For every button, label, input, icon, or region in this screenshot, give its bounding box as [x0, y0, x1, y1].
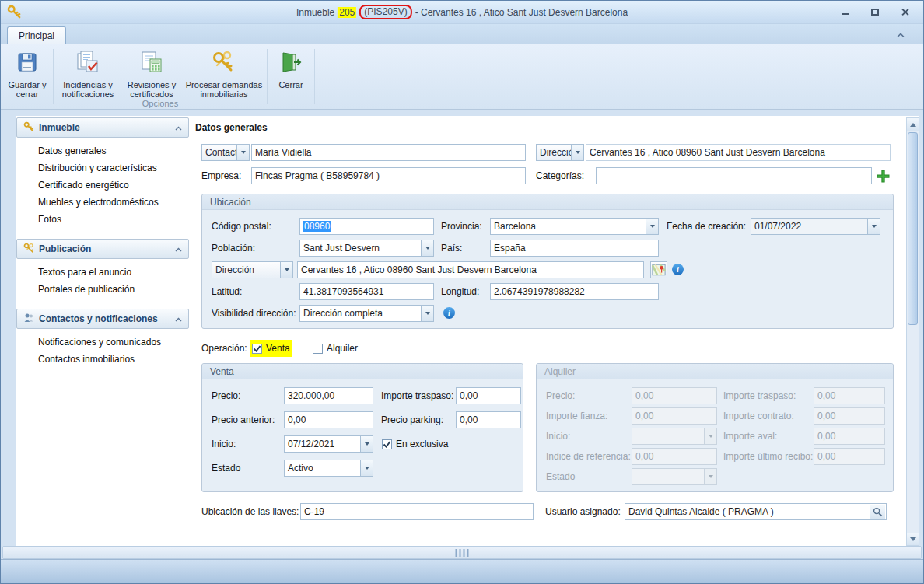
direccion-ubicacion-field[interactable]: Cervantes 16 , Atico 08960 Sant Just Des…: [297, 261, 644, 278]
alquiler-importe-traspaso-label: Importe traspaso:: [723, 387, 796, 404]
scroll-down-button[interactable]: [907, 533, 919, 545]
pais-label: País:: [441, 240, 462, 257]
minimize-button[interactable]: [836, 5, 855, 19]
info-icon[interactable]: i: [672, 264, 684, 275]
usuario-asignado-value: David Quintas Alcalde ( PRAGMA ): [628, 506, 774, 517]
sidebar-item-portales[interactable]: Portales de publicación: [16, 281, 189, 298]
alquiler-importe-traspaso-field: 0,00: [814, 387, 885, 404]
sidebar-section-title: Contactos y notificaciones: [39, 313, 158, 324]
direccion-ubicacion-selector-label: Dirección: [212, 262, 280, 278]
en-exclusiva-checkbox[interactable]: En exclusiva: [380, 435, 450, 453]
revisiones-y-certificados-button[interactable]: Revisiones y certificados: [120, 46, 184, 99]
venta-estado-label: Estado: [212, 460, 240, 477]
contacto-field[interactable]: María Vidiella: [251, 144, 526, 161]
longitud-field[interactable]: 2.0674391978988282: [490, 283, 659, 300]
contacto-selector[interactable]: Contacto: [201, 144, 250, 161]
fecha-creacion-datepicker[interactable]: 01/07/2022: [751, 218, 880, 235]
provincia-dropdown[interactable]: Barcelona: [490, 218, 659, 235]
venta-groupbox: Venta Precio: 320.000,00 Importe traspas…: [201, 363, 523, 492]
open-map-button[interactable]: [650, 261, 667, 278]
alquiler-checkbox[interactable]: Alquiler: [310, 340, 360, 357]
chevron-down-icon: [280, 262, 292, 278]
chevron-down-icon: [421, 306, 433, 321]
latitud-label: Latitud:: [212, 283, 242, 300]
venta-checkbox[interactable]: Venta: [250, 340, 292, 357]
ubicacion-llaves-label: Ubicación de las llaves:: [201, 503, 299, 520]
ribbon-button-label: Revisiones y certificados: [120, 80, 184, 99]
alquiler-ultimo-recibo-label: Importe último recibo:: [723, 448, 813, 465]
title-address: - Cervantes 16 , Atico Sant Just Desvern…: [415, 7, 628, 18]
sidebar-item-muebles[interactable]: Muebles y electrodomésticos: [16, 194, 189, 211]
vertical-scrollbar[interactable]: [906, 117, 919, 546]
alquiler-inicio-datepicker: [632, 428, 717, 445]
venta-precio-label: Precio:: [212, 387, 240, 404]
ribbon-collapse-button[interactable]: [892, 29, 909, 41]
ubicacion-llaves-field[interactable]: C-19: [300, 503, 534, 520]
venta-inicio-datepicker[interactable]: 07/12/2021: [284, 435, 373, 453]
sidebar-item-distribucion[interactable]: Distribución y características: [16, 159, 189, 177]
venta-precio-field[interactable]: 320.000,00: [284, 387, 373, 404]
empresa-label: Empresa:: [201, 167, 241, 184]
sidebar-item-certificado[interactable]: Certificado energético: [16, 177, 189, 194]
venta-precio-anterior-field[interactable]: 0,00: [284, 411, 373, 428]
venta-estado-dropdown[interactable]: Activo: [284, 460, 373, 477]
provincia-value: Barcelona: [491, 219, 646, 234]
page-title: Datos generales: [195, 122, 906, 133]
maximize-button[interactable]: [866, 5, 884, 19]
window-title: Inmueble 205 (PIS205V) - Cervantes 16 , …: [296, 5, 628, 19]
guardar-y-cerrar-button[interactable]: Guardar y cerrar: [4, 46, 51, 99]
poblacion-dropdown[interactable]: Sant Just Desvern: [299, 240, 434, 257]
alquiler-importe-aval-field: 0,00: [814, 428, 885, 445]
keys-icon: [23, 243, 34, 256]
incidencias-y-notificaciones-button[interactable]: Incidencias y notificaciones: [56, 46, 120, 99]
sidebar-section-inmueble[interactable]: Inmueble: [16, 117, 189, 138]
vertical-scrollbar-thumb[interactable]: [908, 132, 918, 325]
tab-principal[interactable]: Principal: [7, 26, 66, 44]
scroll-up-button[interactable]: [907, 118, 919, 131]
venta-importe-traspaso-field[interactable]: 0,00: [456, 387, 521, 404]
sidebar-section-title: Inmueble: [39, 122, 80, 133]
usuario-lookup-button[interactable]: [870, 505, 885, 519]
chevron-down-icon: [360, 436, 373, 452]
pais-field[interactable]: España: [490, 240, 659, 257]
sidebar-item-contactos-inmobiliarios[interactable]: Contactos inmobiliarios: [16, 351, 189, 368]
alquiler-importe-aval-label: Importe aval:: [723, 428, 777, 445]
sidebar-section-publicacion[interactable]: Publicación: [16, 239, 189, 259]
cerrar-button[interactable]: Cerrar: [270, 46, 312, 97]
ubicacion-groupbox: Ubicación Código postal: 08960 Provincia…: [201, 194, 894, 329]
visibilidad-direccion-value: Dirección completa: [300, 306, 421, 321]
chevron-up-icon: [175, 243, 182, 254]
codigo-postal-field[interactable]: 08960: [299, 218, 434, 235]
direccion-header-field[interactable]: Cervantes 16 , Atico 08960 Sant Just Des…: [586, 144, 891, 161]
venta-precio-parking-field[interactable]: 0,00: [456, 411, 521, 428]
visibilidad-direccion-dropdown[interactable]: Dirección completa: [299, 305, 434, 322]
ribbon-button-label: Guardar y cerrar: [4, 80, 51, 99]
direccion-selector[interactable]: Dirección: [536, 144, 584, 161]
chevron-down-icon: [421, 240, 433, 256]
sidebar-section-contactos[interactable]: Contactos y notificaciones: [16, 309, 189, 329]
main-panel: Datos generales Contacto María Vidiella …: [189, 116, 906, 546]
key-icon: [23, 121, 34, 135]
ribbon-button-label: Incidencias y notificaciones: [56, 80, 120, 99]
sidebar-section-title: Publicación: [39, 243, 91, 254]
sidebar-item-textos-anuncio[interactable]: Textos para el anuncio: [16, 264, 189, 281]
procesar-demandas-inmobiliarias-button[interactable]: Procesar demandas inmobiliarias: [184, 46, 264, 99]
empresa-field[interactable]: Fincas Pragma ( B58959784 ): [251, 167, 526, 184]
info-icon[interactable]: i: [443, 307, 455, 319]
venta-checkbox-label: Venta: [266, 340, 290, 357]
sidebar-item-fotos[interactable]: Fotos: [16, 211, 189, 228]
clipboard-check-icon: [75, 50, 100, 77]
splitter-grip-icon[interactable]: [456, 549, 469, 557]
sidebar-item-datos-generales[interactable]: Datos generales: [16, 142, 189, 159]
usuario-asignado-field[interactable]: David Quintas Alcalde ( PRAGMA ): [625, 503, 887, 520]
chevron-up-icon: [897, 33, 905, 38]
direccion-ubicacion-selector[interactable]: Dirección: [212, 261, 293, 278]
add-categoria-button[interactable]: [875, 167, 891, 184]
categorias-field[interactable]: [596, 167, 872, 184]
save-icon: [15, 50, 40, 77]
horizontal-scrollbar[interactable]: [2, 546, 922, 559]
codigo-postal-value: 08960: [303, 221, 331, 232]
close-button[interactable]: [895, 5, 914, 19]
sidebar-item-notificaciones[interactable]: Notificaciones y comunicados: [16, 334, 189, 351]
latitud-field[interactable]: 41.3817093564931: [299, 283, 434, 300]
